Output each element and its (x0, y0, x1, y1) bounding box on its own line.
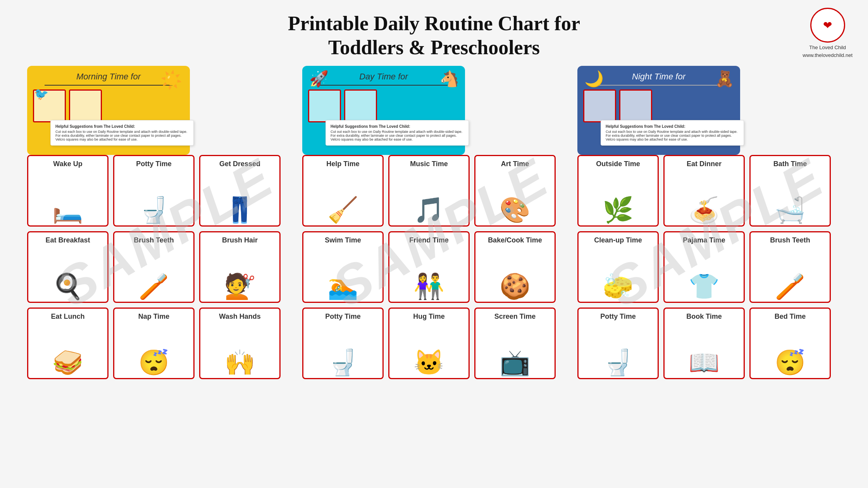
screen-icon: 📺 (499, 350, 530, 375)
card-label: Potty Time (600, 313, 636, 321)
outside-icon: 🌿 (603, 198, 634, 222)
bake-icon: 🍪 (499, 274, 530, 299)
card-eat-dinner: Eat Dinner 🍝 (663, 155, 745, 227)
card-potty-time-n: Potty Time 🚽 (577, 308, 659, 379)
moon-icon: 🌙 (584, 70, 604, 88)
card-bed-time: Bed Time 😴 (749, 308, 831, 379)
brush-teeth-m-icon: 🪥 (138, 274, 169, 299)
night-template-title: Night Time for (583, 72, 734, 82)
dinner-icon: 🍝 (689, 198, 720, 222)
card-label: Book Time (686, 313, 722, 321)
card-friend-time: Friend Time 👫 (388, 231, 470, 303)
wake-up-icon: 🛏️ (52, 198, 83, 222)
hug-icon: 🐱 (413, 350, 444, 375)
card-label: Get Dressed (219, 160, 260, 168)
card-label: Eat Lunch (51, 313, 84, 321)
card-label: Brush Hair (222, 236, 258, 244)
card-label: Outside Time (596, 160, 640, 168)
card-eat-breakfast: Eat Breakfast 🍳 (27, 231, 108, 303)
card-cleanup-time: Clean-up Time 🧽 (577, 231, 659, 303)
swim-icon: 🏊 (327, 274, 358, 299)
bed-icon: 😴 (775, 350, 806, 375)
card-art-time: Art Time 🎨 (474, 155, 556, 227)
card-potty-time-m: Potty Time 🚽 (113, 155, 195, 227)
page-header: Printable Daily Routine Chart for Toddle… (0, 0, 868, 66)
night-line (595, 85, 723, 86)
morning-line (45, 85, 172, 86)
morning-template-boxes (33, 89, 184, 122)
card-label: Friend Time (409, 236, 449, 244)
potty-d-icon: 🚽 (327, 350, 358, 375)
breakfast-icon: 🍳 (52, 274, 83, 299)
cleanup-icon: 🧽 (603, 274, 634, 299)
card-label: Eat Dinner (687, 160, 722, 168)
template-box-d2 (344, 89, 377, 122)
day-template-title: Day Time for (308, 72, 459, 82)
template-box-n2 (619, 89, 652, 122)
potty-n-icon: 🚽 (603, 350, 634, 375)
card-brush-teeth-n: Brush Teeth 🪥 (749, 231, 831, 303)
card-label: Potty Time (136, 160, 172, 168)
book-icon: 📖 (689, 350, 720, 375)
template-box-d1 (308, 89, 341, 122)
card-label: Brush Teeth (770, 236, 810, 244)
card-label: Screen Time (494, 313, 536, 321)
nap-icon: 😴 (138, 350, 169, 375)
night-template-boxes (583, 89, 734, 122)
friend-icon: 👫 (413, 274, 444, 299)
music-icon: 🎵 (413, 198, 444, 222)
card-music-time: Music Time 🎵 (388, 155, 470, 227)
card-label: Swim Time (325, 236, 361, 244)
logo-circle: ❤ (810, 8, 845, 43)
card-get-dressed: Get Dressed 👖 (199, 155, 281, 227)
card-bath-time: Bath Time 🛁 (749, 155, 831, 227)
pajama-icon: 👕 (689, 274, 720, 299)
night-cards-grid: Outside Time 🌿 Eat Dinner 🍝 Bath Time 🛁 … (577, 155, 841, 379)
day-suggestions-card: Helpful Suggestions from The Loved Child… (326, 120, 469, 146)
card-wake-up: Wake Up 🛏️ (27, 155, 108, 227)
morning-suggestions-card: Helpful Suggestions from The Loved Child… (50, 120, 194, 146)
card-label: Pajama Time (683, 236, 725, 244)
card-hug-time: Hug Time 🐱 (388, 308, 470, 379)
bird-icon: 🐦 (34, 87, 48, 101)
art-icon: 🎨 (499, 198, 530, 222)
card-brush-hair: Brush Hair 💇 (199, 231, 281, 303)
help-icon: 🧹 (327, 198, 358, 222)
page-title: Printable Daily Routine Chart for Toddle… (0, 12, 868, 60)
card-screen-time: Screen Time 📺 (474, 308, 556, 379)
website: www.thelovedchild.net (803, 52, 852, 58)
card-help-time: Help Time 🧹 (302, 155, 384, 227)
card-label: Potty Time (325, 313, 361, 321)
card-label: Bath Time (773, 160, 807, 168)
card-label: Clean-up Time (594, 236, 642, 244)
card-label: Brush Teeth (134, 236, 174, 244)
sun-icon: ☀️ (160, 70, 182, 90)
suggestions-title: Helpful Suggestions from The Loved Child… (55, 124, 189, 129)
night-suggestions-card: Helpful Suggestions from The Loved Child… (601, 120, 744, 146)
card-label: Wake Up (53, 160, 82, 168)
brand-name: The Loved Child (803, 45, 852, 50)
horse-icon: 🐴 (440, 70, 459, 88)
logo-area: ❤ The Loved Child www.thelovedchild.net (803, 8, 852, 58)
card-label: Help Time (326, 160, 360, 168)
card-brush-teeth-m: Brush Teeth 🪥 (113, 231, 195, 303)
day-cards-grid: Help Time 🧹 Music Time 🎵 Art Time 🎨 Swim… (302, 155, 566, 379)
template-box-n1 (583, 89, 616, 122)
card-label: Wash Hands (219, 313, 260, 321)
card-pajama-time: Pajama Time 👕 (663, 231, 745, 303)
day-template-boxes (308, 89, 459, 122)
rocket-icon: 🚀 (309, 70, 329, 88)
card-label: Bed Time (775, 313, 806, 321)
suggestions-title-n: Helpful Suggestions from The Loved Child… (606, 124, 739, 129)
card-potty-time-d: Potty Time 🚽 (302, 308, 384, 379)
suggestions-title-d: Helpful Suggestions from The Loved Child… (331, 124, 464, 129)
suggestions-text: Cut out each box to use on Daily Routine… (55, 130, 189, 141)
card-nap-time: Nap Time 😴 (113, 308, 195, 379)
brush-hair-icon: 💇 (224, 274, 255, 299)
brush-teeth-n-icon: 🪥 (775, 274, 806, 299)
bear-icon: 🧸 (715, 70, 734, 88)
morning-cards-grid: Wake Up 🛏️ Potty Time 🚽 Get Dressed 👖 Ea… (27, 155, 291, 379)
card-swim-time: Swim Time 🏊 (302, 231, 384, 303)
wash-hands-icon: 🙌 (224, 350, 255, 375)
card-label: Eat Breakfast (45, 236, 90, 244)
